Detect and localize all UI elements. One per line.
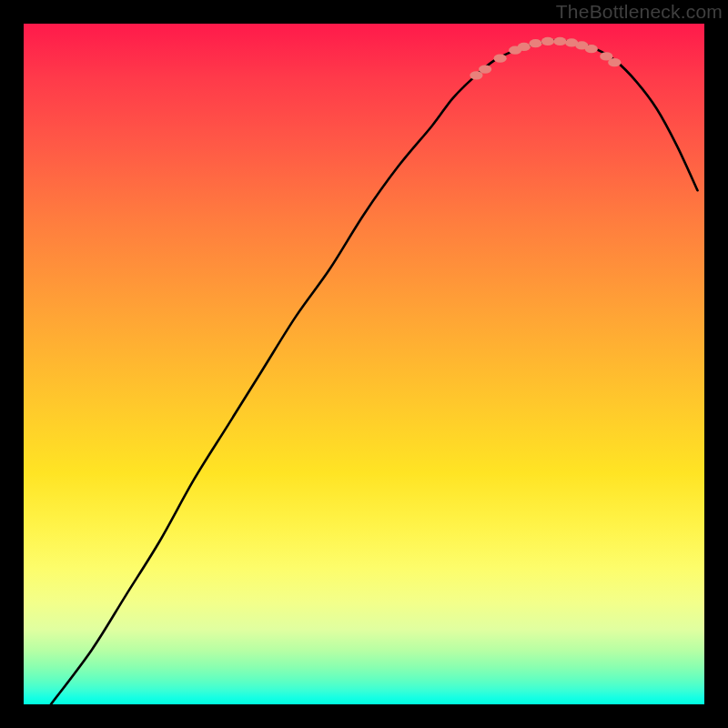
optimal-band-markers <box>470 37 621 80</box>
chart-container: TheBottleneck.com <box>0 0 728 728</box>
optimal-marker <box>493 55 506 63</box>
optimal-marker <box>585 45 598 53</box>
plot-svg <box>24 24 704 704</box>
optimal-marker <box>470 71 482 79</box>
optimal-marker <box>608 58 621 66</box>
optimal-marker <box>518 43 531 51</box>
bottleneck-curve <box>51 41 698 704</box>
optimal-marker <box>479 65 491 73</box>
watermark-text: TheBottleneck.com <box>556 1 723 23</box>
optimal-marker <box>553 37 566 46</box>
plot-area <box>24 24 704 704</box>
optimal-marker <box>529 39 541 47</box>
optimal-marker <box>541 37 554 46</box>
